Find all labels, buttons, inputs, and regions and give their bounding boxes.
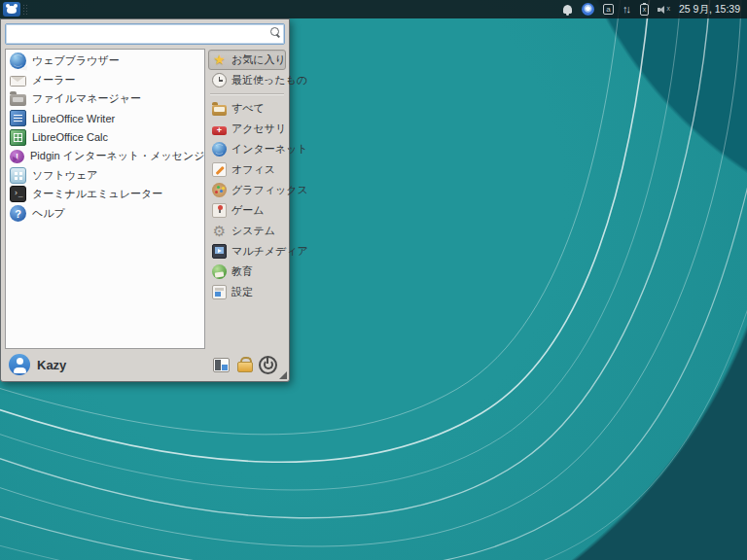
category-separator [210,93,284,95]
app-item-web-browser[interactable]: ウェブブラウザー [7,52,203,71]
category-label: すべて [231,101,265,116]
category-item-internet[interactable]: インターネット [208,139,286,159]
software-icon [10,167,26,184]
category-item-settings[interactable]: 設定 [208,282,286,302]
menu-columns: ウェブブラウザー メーラー ファイルマネージャー LibreOffice Wri… [5,49,286,349]
category-label: お気に入り [231,52,286,67]
down-arrow-icon: ↓ [625,3,631,16]
category-label: 設定 [231,285,253,299]
office-icon [212,162,227,177]
multimedia-icon [212,244,227,259]
app-label: LibreOffice Writer [32,113,115,124]
category-item-games[interactable]: ゲーム [208,200,286,221]
category-label: ゲーム [231,203,265,218]
top-panel: a ↑ ↓ x 25 9月, 15:39 [0,0,747,18]
settings-manager-icon [213,358,230,372]
menu-footer: Kazy [5,349,286,378]
category-item-all[interactable]: すべて [208,98,286,119]
app-item-libreoffice-calc[interactable]: LibreOffice Calc [7,127,203,147]
search-input[interactable] [5,23,285,45]
category-label: アクセサリ [231,122,286,136]
category-label: インターネット [231,142,308,157]
app-item-help[interactable]: ヘルプ [7,204,203,224]
lock-screen-icon [236,357,252,372]
notification-bell-icon[interactable] [562,4,573,16]
libreoffice-writer-icon [10,110,26,126]
clipboard-manager-icon[interactable] [640,4,649,16]
app-label: ソフトウェア [32,168,98,183]
search-box [5,23,285,45]
category-item-favorites[interactable]: お気に入り [208,50,286,70]
system-tray: a ↑ ↓ x 25 9月, 15:39 [562,3,747,17]
app-label: ヘルプ [32,206,65,221]
volume-muted-icon[interactable]: x [658,4,670,15]
app-label: LibreOffice Calc [32,131,108,143]
whisker-menu: ウェブブラウザー メーラー ファイルマネージャー LibreOffice Wri… [0,18,290,382]
user-name: Kazy [37,358,206,372]
category-label: グラフィックス [231,183,308,197]
app-item-file-manager[interactable]: ファイルマネージャー [7,89,203,109]
xfce-mouse-icon [7,6,17,14]
app-item-pidgin[interactable]: Pidgin インターネット・メッセンジャー [7,147,203,166]
gear-icon [212,224,227,238]
star-icon [212,52,227,67]
power-icon [259,356,277,374]
resize-grip[interactable] [279,371,287,379]
category-label: 教育 [231,264,253,279]
category-item-recently-used[interactable]: 最近使ったもの [208,70,286,90]
clock-icon [212,73,227,88]
network-traffic-icon[interactable]: ↑ ↓ [622,3,631,16]
chromium-icon[interactable] [582,3,594,16]
web-browser-icon [10,52,26,69]
app-item-mailer[interactable]: メーラー [7,71,203,90]
help-icon [10,205,26,222]
app-label: メーラー [32,73,76,88]
category-item-graphics[interactable]: グラフィックス [208,180,286,200]
mute-x-icon: x [666,5,670,12]
settings-manager-button[interactable] [213,358,230,372]
app-label: Pidgin インターネット・メッセンジャー [30,149,205,163]
category-label: マルチメディア [231,244,308,259]
category-item-education[interactable]: 教育 [208,262,286,282]
libreoffice-calc-icon [10,129,26,146]
games-icon [212,203,227,218]
app-label: ターミナルエミュレーター [32,187,162,201]
app-item-terminal[interactable]: ターミナルエミュレーター [7,185,203,204]
accessories-icon [212,126,227,135]
mailer-icon [10,76,26,87]
app-item-software[interactable]: ソフトウェア [7,166,203,186]
category-item-accessories[interactable]: アクセサリ [208,119,286,139]
file-manager-icon [10,94,26,106]
search-icon [270,27,279,36]
panel-handle[interactable] [22,4,27,16]
settings-icon [212,285,227,299]
app-item-libreoffice-writer[interactable]: LibreOffice Writer [7,109,203,128]
app-label: ファイルマネージャー [32,91,141,106]
category-list: お気に入り 最近使ったもの すべて アクセサリ インターネット オフィス [208,49,286,349]
category-label: オフィス [231,162,275,177]
keyboard-layout-icon[interactable]: a [603,4,614,15]
app-label: ウェブブラウザー [32,53,120,68]
app-list: ウェブブラウザー メーラー ファイルマネージャー LibreOffice Wri… [5,49,205,349]
folder-icon [212,105,227,116]
lock-screen-button[interactable] [236,357,252,372]
whisker-menu-button[interactable] [3,2,20,17]
category-label: システム [231,224,275,238]
globe-icon [212,142,227,157]
palette-icon [212,183,227,197]
category-item-multimedia[interactable]: マルチメディア [208,241,286,262]
clock[interactable]: 25 9月, 15:39 [679,3,740,17]
power-button[interactable] [259,356,277,374]
category-label: 最近使ったもの [231,73,307,88]
category-item-system[interactable]: システム [208,221,286,241]
education-icon [212,264,227,279]
pidgin-icon [10,150,24,163]
avatar[interactable] [9,354,30,375]
category-item-office[interactable]: オフィス [208,159,286,180]
terminal-icon [10,186,26,202]
